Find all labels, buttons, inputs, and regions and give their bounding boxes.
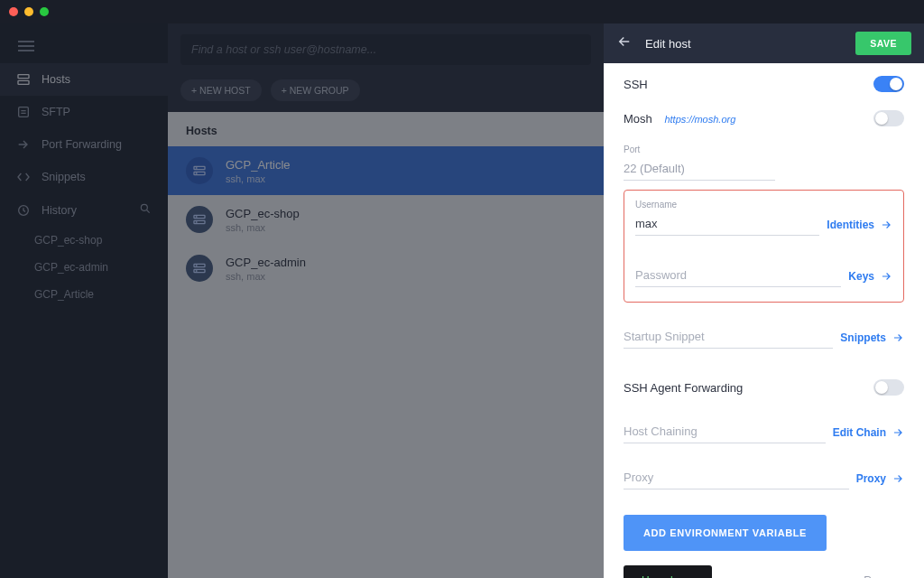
sidebar-item-label: History — [42, 204, 77, 217]
sftp-icon — [16, 105, 31, 119]
port-label: Port — [624, 144, 904, 154]
svg-rect-0 — [18, 75, 29, 79]
username-label: Username — [635, 200, 892, 210]
username-input[interactable] — [635, 211, 819, 236]
sidebar-item-port-forwarding[interactable]: Port Forwarding — [0, 128, 168, 161]
host-name: GCP_Article — [226, 158, 291, 172]
sidebar-item-label: Hosts — [42, 73, 70, 86]
host-subtitle: ssh, max — [226, 222, 300, 233]
ssh-toggle[interactable] — [873, 76, 904, 92]
svg-point-7 — [196, 168, 197, 169]
svg-point-16 — [196, 271, 197, 272]
svg-point-11 — [196, 217, 197, 218]
host-row[interactable]: GCP_ec-shop ssh, max — [168, 195, 604, 244]
panel-title: Edit host — [645, 37, 843, 51]
host-subtitle: ssh, max — [226, 271, 306, 282]
agent-forwarding-label: SSH Agent Forwarding — [624, 381, 743, 395]
mosh-link[interactable]: https://mosh.org — [664, 114, 735, 125]
back-button[interactable] — [616, 33, 633, 53]
keys-link[interactable]: Keys — [848, 270, 892, 287]
sidebar-item-label: SFTP — [42, 106, 70, 118]
host-name: GCP_ec-admin — [226, 256, 306, 269]
mosh-toggle[interactable] — [873, 110, 904, 126]
host-subtitle: ssh, max — [226, 173, 291, 184]
hosts-section-label: Hosts — [168, 112, 604, 146]
svg-point-15 — [196, 266, 197, 266]
search-icon[interactable] — [139, 202, 152, 218]
identities-link[interactable]: Identities — [827, 219, 892, 236]
remove-env-link[interactable]: Remove — [864, 574, 904, 578]
svg-point-4 — [141, 204, 147, 210]
proxy-input[interactable] — [624, 465, 849, 489]
snippets-icon — [16, 170, 31, 184]
history-item[interactable]: GCP_ec-shop — [34, 227, 168, 254]
history-item[interactable]: GCP_ec-admin — [34, 254, 168, 281]
mosh-label: Mosh https://mosh.org — [624, 112, 735, 126]
hosts-icon — [16, 72, 31, 87]
close-window-button[interactable] — [9, 7, 18, 16]
hosts-column: Find a host or ssh user@hostname... + NE… — [168, 23, 604, 578]
ssh-label: SSH — [624, 78, 648, 91]
host-row[interactable]: GCP_Article ssh, max — [168, 146, 604, 195]
agent-forwarding-toggle[interactable] — [873, 379, 904, 396]
sidebar-item-hosts[interactable]: Hosts — [0, 63, 168, 96]
snippets-link[interactable]: Snippets — [840, 331, 904, 349]
sidebar-item-sftp[interactable]: SFTP — [0, 96, 168, 128]
maximize-window-button[interactable] — [40, 7, 49, 16]
save-button[interactable]: SAVE — [855, 32, 911, 55]
sidebar-item-snippets[interactable]: Snippets — [0, 161, 168, 193]
sidebar: Hosts SFTP Port Forwarding — [0, 23, 168, 578]
new-host-button[interactable]: + NEW HOST — [180, 79, 262, 101]
minimize-window-button[interactable] — [24, 7, 33, 16]
add-env-variable-button[interactable]: ADD ENVIRONMENT VARIABLE — [624, 515, 827, 551]
sidebar-item-history[interactable]: History — [0, 193, 168, 227]
window-titlebar — [0, 0, 924, 23]
sidebar-item-label: Port Forwarding — [42, 138, 122, 151]
history-icon — [16, 203, 31, 218]
host-name: GCP_ec-shop — [226, 207, 300, 220]
sidebar-item-label: Snippets — [42, 171, 86, 183]
env-variable-chip[interactable]: Homebrew — [624, 565, 712, 578]
proxy-link[interactable]: Proxy — [856, 472, 904, 489]
svg-point-12 — [196, 222, 197, 223]
search-input[interactable]: Find a host or ssh user@hostname... — [180, 34, 591, 65]
server-icon — [186, 206, 213, 233]
port-input[interactable] — [624, 156, 775, 181]
server-icon — [186, 157, 213, 184]
server-icon — [186, 255, 213, 282]
credentials-highlight: Username Identities — [624, 190, 904, 303]
svg-rect-2 — [19, 107, 29, 117]
svg-rect-1 — [18, 80, 29, 84]
startup-snippet-input[interactable] — [624, 324, 833, 349]
edit-host-panel: Edit host SAVE SSH Mosh https://mosh.org… — [604, 23, 924, 578]
edit-chain-link[interactable]: Edit Chain — [833, 426, 904, 443]
password-input[interactable] — [635, 263, 841, 287]
new-group-button[interactable]: + NEW GROUP — [271, 79, 360, 101]
host-chaining-input[interactable] — [624, 419, 826, 443]
history-item[interactable]: GCP_Article — [34, 281, 168, 308]
svg-point-8 — [196, 173, 197, 174]
menu-toggle-button[interactable] — [0, 23, 168, 63]
port-forwarding-icon — [16, 137, 31, 152]
host-row[interactable]: GCP_ec-admin ssh, max — [168, 244, 604, 293]
